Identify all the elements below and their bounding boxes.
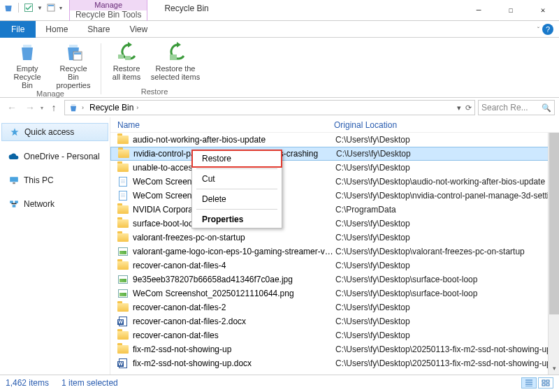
file-rows: audio-not-working-after-bios-updateC:\Us… [110,133,559,375]
refresh-button[interactable]: ⟳ [465,103,472,112]
nav-this-pc[interactable]: This PC [0,172,110,189]
file-row[interactable]: valorant-game-logo-icon-eps-10-gaming-st… [110,245,559,259]
doc-icon [117,176,129,187]
checkbox-icon[interactable] [23,2,34,13]
restore-all-label: Restore all items [112,64,140,81]
details-view-button[interactable] [521,377,537,389]
column-header-name[interactable]: Name [117,120,334,130]
file-row[interactable]: recover-canon-dat-files-2.docxC:\Users\f… [110,314,559,328]
tab-home[interactable]: Home [36,22,78,37]
close-button[interactable]: ✕ [527,0,559,20]
file-row[interactable]: fix-m2-ssd-not-showing-up.docxC:\Users\f… [110,356,559,370]
nav-onedrive[interactable]: OneDrive - Personal [0,148,110,165]
qat-dropdown-icon[interactable]: ▼ [37,5,43,11]
file-original-location: C:\Users\fy\Desktop [335,331,559,340]
ctx-cut[interactable]: Cut [192,170,282,187]
ctx-properties[interactable]: Properties [192,211,282,228]
svg-rect-8 [71,104,75,106]
search-input[interactable]: Search Re... 🔍 [478,100,555,115]
nav-quick-access[interactable]: Quick access [1,123,108,141]
qat-customize-icon[interactable]: ▾ [59,5,62,11]
svg-rect-4 [74,52,81,55]
window-title: Recycle Bin [147,3,463,13]
help-button[interactable]: ? [542,24,553,35]
chevron-right-icon[interactable]: › [136,104,138,111]
breadcrumb-bar[interactable]: › Recycle Bin› ▾ ⟳ [64,100,475,115]
restore-all-items-button[interactable]: Restore all items [108,41,145,81]
svg-rect-9 [10,177,18,182]
tab-view[interactable]: View [119,22,157,37]
properties-qat-icon[interactable] [45,2,57,13]
file-row[interactable]: unable-to-accessC:\Users\fy\Desktop [110,161,559,175]
breadcrumb-dropdown-icon[interactable]: ▾ [457,103,461,112]
nav-forward-button[interactable]: → [22,100,38,115]
file-row[interactable]: WeCom Screenshot_20250121110644.pngC:\Us… [110,286,559,300]
img-icon [117,274,129,285]
svg-rect-7 [170,55,177,60]
file-original-location: C:\Users\fy\Desktop [335,135,559,145]
ctx-separator [196,209,277,210]
file-original-location: C:\Users\fy\Desktop [335,233,559,242]
restore-selected-items-button[interactable]: Restore the selected items [150,41,201,81]
status-item-count: 1,462 items [6,378,49,388]
context-tab-recycle-bin-tools[interactable]: Recycle Bin Tools [70,10,147,21]
breadcrumb-root[interactable]: Recycle Bin› [87,103,141,112]
svg-rect-6 [125,56,131,60]
view-mode-buttons [521,377,553,389]
nav-quick-access-label: Quick access [24,127,74,137]
ctx-delete[interactable]: Delete [192,191,282,208]
file-name: valorant-game-logo-icon-eps-10-gaming-st… [133,247,335,256]
separator [18,3,19,13]
svg-rect-10 [13,182,15,184]
scroll-down-icon[interactable]: ▾ [549,365,559,375]
nav-history-dropdown[interactable]: ▾ [41,105,43,111]
file-row[interactable]: WeCom ScreenshotC:\Users\fy\Desktop\audi… [110,175,559,189]
svg-rect-14 [542,380,545,382]
empty-recycle-bin-button[interactable]: Empty Recycle Bin [7,41,48,89]
file-list: Name Original Location audio-not-working… [110,117,559,375]
file-row[interactable]: audio-not-working-after-bios-updateC:\Us… [110,133,559,147]
folder-icon [117,232,129,243]
column-header-original-location[interactable]: Original Location [334,120,559,130]
file-row[interactable]: WeCom ScreenshotC:\Users\fy\Desktop\nvid… [110,189,559,203]
file-row[interactable]: NVIDIA CorporationC:\ProgramData [110,203,559,217]
file-row[interactable]: recover-canon-dat-filesC:\Users\fy\Deskt… [110,328,559,342]
file-original-location: C:\Users\fy\Desktop\20250113-fix-m2-ssd-… [335,358,559,368]
file-row[interactable]: fix-m2-ssd-not-showing-upC:\Users\fy\Des… [110,342,559,356]
ribbon-collapse-icon[interactable]: ˇ [537,26,539,33]
navigation-pane: Quick access OneDrive - Personal This PC… [0,117,110,375]
folder-icon [117,302,129,313]
monitor-icon [8,175,20,186]
search-placeholder: Search Re... [481,103,528,112]
nav-network[interactable]: Network [0,196,110,212]
folder-icon [117,134,129,145]
large-icons-view-button[interactable] [538,377,553,389]
file-row[interactable]: 9e35eeb378207b66658ad41346f7c0ae.jpgC:\U… [110,273,559,286]
tab-share[interactable]: Share [78,22,119,37]
nav-back-button[interactable]: ← [4,100,20,115]
empty-bin-icon [16,41,38,63]
minimize-button[interactable]: ─ [463,0,495,20]
ribbon-group-label-manage: Manage [36,89,64,99]
context-menu: Restore Cut Delete Properties [191,150,282,228]
tab-file[interactable]: File [0,21,36,38]
file-row[interactable]: recover-canon-dat-files-4C:\Users\fy\Des… [110,259,559,273]
nav-up-button[interactable]: ↑ [46,100,61,115]
file-row[interactable]: valorant-freezes-pc-on-startupC:\Users\f… [110,231,559,245]
file-row[interactable]: nvidia-control-panel-manage-3d-settings-… [110,147,559,161]
file-original-location: C:\Users\fy\Desktop [335,261,559,270]
scrollbar-thumb[interactable] [549,133,559,314]
nav-network-label: Network [24,199,55,209]
vertical-scrollbar[interactable]: ▾ [548,133,559,375]
file-row[interactable]: recover-canon-dat-files-2C:\Users\fy\Des… [110,300,559,314]
restore-all-icon [115,41,138,63]
ribbon-group-restore: Restore all items Restore the selected i… [106,41,203,97]
nav-this-pc-label: This PC [24,175,54,185]
search-icon: 🔍 [542,103,551,112]
ctx-restore[interactable]: Restore [192,150,282,167]
file-row[interactable]: surface-boot-loopC:\Users\fy\Desktop [110,217,559,231]
svg-rect-15 [546,380,549,382]
recycle-bin-properties-button[interactable]: Recycle Bin properties [53,41,94,89]
chevron-right-icon[interactable]: › [82,104,84,111]
maximize-button[interactable]: ☐ [495,0,527,20]
